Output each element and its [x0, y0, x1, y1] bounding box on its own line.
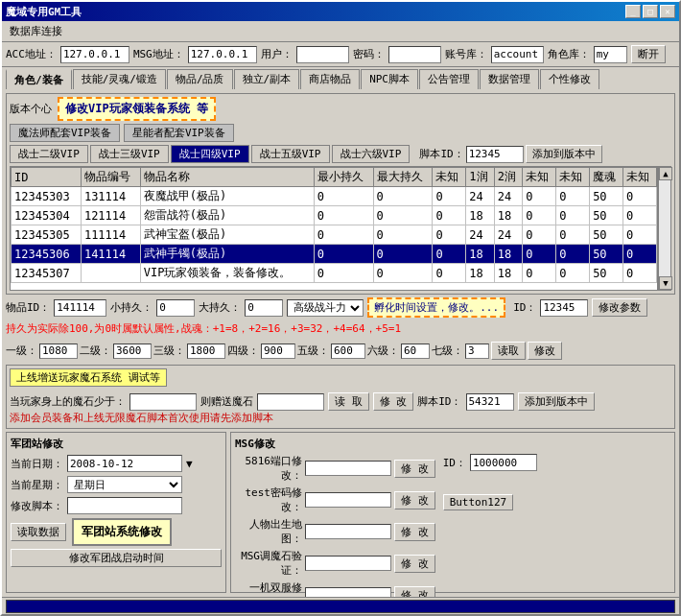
msg-mod-btn-2[interactable]: 修 改: [394, 491, 435, 509]
msg-mod-btn-4[interactable]: 修 改: [394, 555, 435, 573]
col-v1: 1润: [466, 168, 495, 187]
tab-role-equip[interactable]: 角色/装备: [6, 69, 72, 89]
lv5-label: 五级：: [297, 344, 329, 358]
item-id-input[interactable]: [54, 299, 106, 317]
bottom-section: 军团站修改 当前日期： ▼ 当前星期： 星期日 星期一 星期二 星期三 星期四 …: [6, 432, 675, 593]
sub-tab-star[interactable]: 星能者配套VIP装备: [124, 124, 234, 142]
msg-mod-btn-1[interactable]: 修 改: [394, 460, 435, 478]
lv6-input[interactable]: [401, 344, 430, 359]
stone-read-btn[interactable]: 读 取: [328, 392, 369, 411]
guild-panel: 军团站修改 当前日期： ▼ 当前星期： 星期日 星期一 星期二 星期三 星期四 …: [6, 432, 226, 593]
vip-tab-6[interactable]: 战士六级VIP: [332, 145, 411, 163]
stone-threshold-input[interactable]: [129, 393, 197, 411]
stone-mod-btn[interactable]: 修 改: [373, 392, 414, 411]
min-dur-input[interactable]: [156, 299, 195, 317]
table-row[interactable]: 12345307VIP玩家领装备，装备修改。000181800500: [12, 264, 657, 283]
msg-input-4[interactable]: [305, 556, 391, 571]
minimize-button[interactable]: _: [625, 5, 641, 18]
role-db-input[interactable]: [594, 46, 627, 63]
mod-params-btn[interactable]: 修改参数: [592, 298, 647, 317]
close-button[interactable]: ✕: [660, 5, 675, 18]
msg-button127[interactable]: Button127: [443, 494, 514, 510]
password-input[interactable]: [388, 46, 441, 63]
combat-select[interactable]: 高级战斗力: [287, 299, 364, 317]
lv2-input[interactable]: [113, 344, 152, 359]
msg-id-input[interactable]: [470, 454, 537, 471]
col-unk3: 未知: [556, 168, 590, 187]
table-row[interactable]: 12345306141114武神手镯(极品)000181800500: [12, 245, 657, 264]
disconnect-button[interactable]: 断开: [631, 45, 666, 63]
tab-data-mgmt[interactable]: 数据管理: [480, 69, 539, 89]
msg-input-3[interactable]: [305, 524, 391, 539]
scroll-down-arrow[interactable]: ▼: [659, 276, 672, 290]
tab-shop-items[interactable]: 商店物品: [300, 69, 360, 89]
lv3-input[interactable]: [187, 344, 225, 359]
table-scrollbar[interactable]: ▲ ▼: [658, 166, 671, 291]
stone-gift-input[interactable]: [257, 393, 324, 411]
date-dropdown-icon[interactable]: ▼: [186, 458, 193, 470]
add-to-version-btn[interactable]: 添加到版本中: [526, 145, 602, 163]
max-dur-input[interactable]: [245, 299, 283, 317]
vip-tab-2[interactable]: 战士二级VIP: [10, 145, 88, 163]
msg-address-input[interactable]: [188, 46, 257, 63]
script-id-input[interactable]: [466, 146, 524, 163]
msg-input-5[interactable]: [305, 587, 391, 597]
vip-annotation: 修改VIP玩家领装备系统 等: [58, 97, 216, 121]
guild-date-input[interactable]: [67, 455, 182, 472]
maximize-button[interactable]: □: [643, 5, 658, 18]
level-mod-btn[interactable]: 修改: [528, 342, 562, 360]
scroll-up-arrow[interactable]: ▲: [659, 167, 672, 180]
table-row[interactable]: 12345305111114武神宝盔(极品)000242400500: [12, 225, 657, 245]
col-id: ID: [12, 168, 82, 187]
vip-tab-3[interactable]: 战士三级VIP: [90, 145, 169, 163]
lv6-label: 六级：: [367, 344, 399, 358]
guild-read-btn[interactable]: 读取数据: [11, 523, 66, 541]
msg-id-row: ID：: [443, 454, 537, 471]
sub-tab-mage[interactable]: 魔法师配套VIP装备: [10, 124, 120, 142]
msg-mod-btn-5[interactable]: 修 改: [394, 586, 435, 598]
stone-add-btn[interactable]: 添加到版本中: [518, 392, 595, 411]
id-input2[interactable]: [540, 299, 588, 317]
menu-bar: 数据库连接: [2, 21, 679, 42]
table-area: ID 物品编号 物品名称 最小持久 最大持久 未知 1润 2润 未知 未知 魔魂: [10, 166, 671, 291]
guild-center-btn[interactable]: 军团站系统修改: [72, 518, 172, 546]
tab-independent[interactable]: 独立/副本: [234, 69, 300, 89]
main-tabs-row: 角色/装备 技能/灵魂/锻造 物品/品质 独立/副本 商店物品 NPC脚本 公告…: [2, 67, 679, 89]
tab-announcement[interactable]: 公告管理: [419, 69, 479, 89]
account-db-input[interactable]: [491, 46, 544, 63]
scroll-track: [659, 180, 670, 276]
lv1-input[interactable]: [39, 344, 78, 359]
msg-input-1[interactable]: [305, 461, 391, 476]
stone-annotation: 上线增送玩家魔石系统 调试等: [10, 368, 167, 387]
table-row[interactable]: 12345303131114夜魔战甲(极品)000242400500: [12, 187, 657, 206]
msg-input-2[interactable]: [305, 492, 391, 508]
guild-week-select[interactable]: 星期日 星期一 星期二 星期三 星期四 星期五 星期六: [67, 476, 182, 493]
tab-skill-soul[interactable]: 技能/灵魂/锻造: [73, 69, 166, 89]
vip-table-container[interactable]: ID 物品编号 物品名称 最小持久 最大持久 未知 1润 2润 未知 未知 魔魂: [10, 166, 658, 291]
vip-tab-4[interactable]: 战士四级VIP: [171, 145, 249, 163]
col-name: 物品名称: [140, 168, 314, 187]
stone-header: 上线增送玩家魔石系统 调试等: [10, 368, 671, 390]
lv1-label: 一级：: [6, 344, 37, 358]
vip-tab-5[interactable]: 战士五级VIP: [251, 145, 330, 163]
user-input[interactable]: [296, 46, 349, 63]
tab-personal[interactable]: 个性修改: [540, 69, 599, 89]
level-read-btn[interactable]: 读取: [491, 342, 526, 360]
acc-label: ACC地址：: [6, 47, 57, 61]
lv7-input[interactable]: [465, 344, 489, 359]
tab-npc-script[interactable]: NPC脚本: [361, 69, 418, 89]
msg-label: MSG地址：: [133, 47, 184, 61]
lv4-input[interactable]: [261, 344, 295, 359]
tab-item-quality[interactable]: 物品/品质: [167, 69, 233, 89]
lv5-input[interactable]: [331, 344, 365, 359]
guild-week-label: 当前星期：: [11, 478, 63, 492]
guild-time-btn[interactable]: 修改军团战启动时间: [11, 549, 222, 567]
msg-mod-btn-3[interactable]: 修 改: [394, 523, 435, 541]
vip-section: 版本个心 修改VIP玩家领装备系统 等 魔法师配套VIP装备 星能者配套VIP装…: [6, 93, 675, 295]
guild-script-input[interactable]: [67, 497, 182, 514]
table-row[interactable]: 12345304121114怨雷战符(极品)000181800500: [12, 206, 657, 225]
stone-script-input[interactable]: [466, 393, 514, 411]
menu-database[interactable]: 数据库连接: [6, 23, 66, 39]
acc-address-input[interactable]: [60, 46, 129, 63]
hatch-annotation: 孵化时间设置，修改。...: [367, 297, 505, 318]
